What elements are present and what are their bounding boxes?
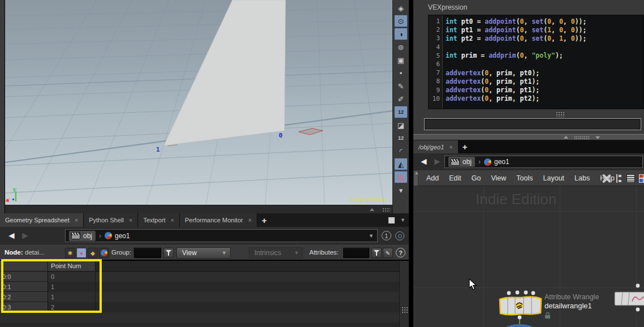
code-line[interactable]: 5int prim = addprim(0, "poly"); [429, 51, 643, 60]
tab-python-shell[interactable]: Python Shell× [84, 213, 138, 227]
menu-go[interactable]: Go [466, 174, 486, 182]
tree-view-icon[interactable] [615, 174, 623, 183]
points-mode-icon[interactable]: ✱ [65, 248, 75, 258]
scrollbar-grip-icon[interactable] [401, 307, 408, 313]
forward-button[interactable]: ► [20, 231, 30, 240]
maximize-pane-icon[interactable] [388, 217, 395, 223]
display-normals-icon[interactable]: ◭ [394, 158, 408, 170]
input-connector[interactable] [507, 291, 511, 295]
code-line[interactable]: 10addvertex(0, prim, pt2); [429, 94, 643, 103]
point-numbers-icon[interactable]: 12 [394, 106, 408, 118]
horizontal-pane-splitter[interactable] [413, 134, 644, 140]
brush-icon[interactable]: ✎ [394, 80, 408, 92]
input-connector[interactable] [524, 291, 528, 295]
resize-grip-icon[interactable] [382, 208, 390, 212]
new-tab-button[interactable]: + [257, 213, 271, 227]
code-line[interactable]: 7addvertex(0, prim, pt0); [429, 68, 643, 77]
snippet-input-field[interactable] [424, 118, 641, 130]
shading-mode-icon[interactable]: ◑ [394, 28, 408, 40]
vertices-mode-icon[interactable]: ● [76, 248, 87, 258]
output-connector[interactable] [636, 308, 640, 312]
input-connector[interactable] [531, 291, 535, 295]
visualizer-icon[interactable]: ▨ [394, 171, 408, 183]
menu-view[interactable]: View [486, 174, 511, 182]
close-icon[interactable]: × [449, 144, 452, 150]
output-connector[interactable] [518, 316, 522, 320]
menu-labs[interactable]: Labs [569, 174, 595, 182]
path-leaf-chip[interactable]: geo1 [484, 158, 509, 166]
code-line[interactable]: 8addvertex(0, prim, pt1); [429, 77, 643, 85]
spline-node-partial[interactable] [612, 283, 644, 327]
scroll-down-icon[interactable]: ▾ [394, 184, 408, 196]
display-options-icon[interactable]: ◈ [394, 2, 408, 14]
network-editor[interactable]: Indie Edition [413, 186, 644, 327]
trowel-icon[interactable]: ◪ [394, 119, 408, 131]
primitives-mode-icon[interactable]: ◆ [88, 248, 98, 258]
color-palette-icon[interactable] [639, 174, 644, 183]
pane-menu-arrow-icon[interactable]: ▼ [400, 217, 405, 223]
tab-geometry-spreadsheet[interactable]: Geometry Spreadsheet× [0, 213, 84, 227]
list-view-icon[interactable] [626, 174, 635, 183]
spreadsheet-scrollbar[interactable] [399, 261, 409, 327]
snapshot-icon[interactable]: ▣ [394, 54, 408, 66]
back-button[interactable]: ◄ [7, 231, 16, 240]
detail-mode-icon[interactable] [99, 248, 109, 258]
scene-viewport[interactable]: 0 1 y x Indie Edition [5, 0, 392, 205]
spreadsheet-options-button[interactable]: ✎ [383, 248, 393, 258]
network-path-field[interactable]: obj › geo1 [444, 156, 643, 168]
tab-textport[interactable]: Textport× [138, 213, 180, 227]
menu-layout[interactable]: Layout [538, 174, 570, 182]
help-button[interactable]: ? [396, 248, 405, 257]
tools-icon[interactable] [602, 174, 611, 183]
path-leaf-chip[interactable]: geo1 [105, 232, 130, 240]
node-name-label[interactable]: detailwrangle1 [544, 302, 599, 310]
splitter-down-icon[interactable] [595, 136, 600, 139]
splitter-up-icon[interactable] [564, 136, 568, 139]
history-count-badge[interactable]: 1 [382, 231, 391, 240]
code-line[interactable]: 2int pt1 = addpoint(0, set(1, 0, 0)); [429, 25, 643, 34]
tab-performance-monitor[interactable]: Performance Monitor× [180, 213, 257, 227]
downstream-node[interactable] [504, 324, 535, 327]
view-dropdown[interactable]: View ▼ [176, 247, 231, 259]
close-icon[interactable]: × [129, 217, 132, 223]
node-path-field[interactable]: obj › geo1 ▼ [65, 229, 378, 242]
code-line[interactable]: 6 [429, 60, 643, 68]
back-button[interactable]: ◄ [419, 157, 429, 166]
group-filter-button[interactable] [163, 248, 174, 258]
view-mode-icon[interactable]: ⊚ [394, 41, 408, 53]
close-icon[interactable]: × [75, 217, 78, 223]
path-root-chip[interactable]: obj [448, 157, 475, 167]
input-connector[interactable] [636, 284, 640, 288]
close-icon[interactable]: × [248, 217, 252, 223]
menu-tools[interactable]: Tools [511, 174, 538, 182]
code-line[interactable]: 3int pt2 = addpoint(0, set(0, 1, 0)); [429, 34, 643, 42]
node-name-value[interactable]: detai... [25, 249, 45, 256]
close-icon[interactable]: × [171, 217, 174, 223]
menu-edit[interactable]: Edit [444, 174, 466, 182]
attributes-input[interactable] [343, 248, 369, 258]
attribute-wrangle-node[interactable] [496, 290, 545, 327]
splitter-grip-icon[interactable] [574, 136, 590, 139]
profile-curve-icon[interactable]: ◜ [394, 145, 408, 157]
prim-numbers-icon[interactable]: 12 [394, 132, 408, 144]
forward-button[interactable]: ► [433, 157, 442, 166]
attributes-filter-button[interactable] [371, 248, 382, 258]
radial-menu-icon[interactable] [395, 231, 404, 240]
expand-arrow-icon[interactable] [370, 208, 374, 211]
network-path-tab[interactable]: /obj/geo1 × [413, 140, 458, 153]
headlight-icon[interactable]: ⊙ [394, 15, 408, 27]
vex-code-editor[interactable]: 1int pt0 = addpoint(0, set(0, 0, 0));2in… [428, 15, 644, 109]
intrinsics-dropdown[interactable]: Intrinsics ▼ [249, 247, 303, 259]
path-dropdown-icon[interactable]: ▼ [369, 233, 374, 239]
code-line[interactable]: 4 [429, 43, 643, 51]
input-connector[interactable] [516, 291, 520, 295]
pen-icon[interactable]: ✐ [394, 93, 408, 105]
code-line[interactable]: 9addvertex(0, prim, pt1); [429, 86, 643, 94]
divider-dot-icon[interactable]: • [394, 67, 408, 79]
path-root-chip[interactable]: obj [69, 231, 96, 241]
code-line[interactable]: 1int pt0 = addpoint(0, set(0, 0, 0)); [429, 17, 643, 25]
menu-add[interactable]: Add [421, 174, 444, 182]
group-input[interactable] [134, 248, 161, 258]
menu-scroll-strip[interactable] [413, 170, 418, 186]
new-tab-button[interactable]: + [458, 140, 472, 153]
